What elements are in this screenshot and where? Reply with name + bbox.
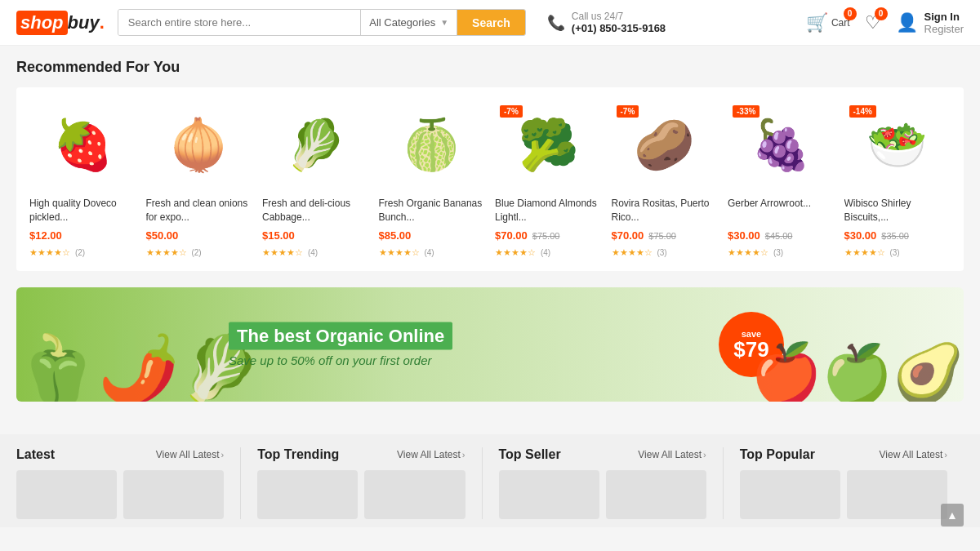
product-name: Fresh and clean onions for expo... <box>146 197 253 224</box>
contact-info: 📞 Call us 24/7 (+01) 850-315-9168 <box>547 11 666 34</box>
product-rating: ★★★★☆ (2) <box>29 245 136 258</box>
bottom-product-placeholder <box>606 470 706 519</box>
view-all-link[interactable]: View All Latest › <box>638 449 706 460</box>
product-card[interactable]: 🥬 Fresh and deli-cious Cabbage... $15.00… <box>262 100 369 258</box>
product-card[interactable]: 🧅 Fresh and clean onions for expo... $50… <box>146 100 253 258</box>
stars: ★★★★☆ <box>146 247 187 257</box>
product-name: Fresh Organic Bananas Bunch... <box>379 197 486 224</box>
product-rating: ★★★★☆ (2) <box>146 245 253 258</box>
product-price: $70.00 $75.00 <box>612 229 719 242</box>
view-all-link[interactable]: View All Latest › <box>880 449 948 460</box>
contact-text: Call us 24/7 (+01) 850-315-9168 <box>572 11 666 34</box>
view-all-link[interactable]: View All Latest › <box>156 449 225 460</box>
banner-left-decor: 🫑🌶️🥬 <box>16 336 261 402</box>
scroll-top-button[interactable]: ▲ <box>941 504 964 527</box>
current-price: $15.00 <box>262 229 295 242</box>
product-name: Blue Diamond Almonds Lightl... <box>495 197 602 224</box>
logo-shop: shop <box>16 11 68 35</box>
discount-badge: -14% <box>849 105 876 118</box>
bottom-col-title: Top Trending <box>257 447 339 462</box>
product-card[interactable]: 🍓 High quality Doveco pickled... $12.00 … <box>29 100 136 258</box>
current-price: $30.00 <box>728 229 760 242</box>
banner-subline: Save up to 50% off on your first order <box>229 353 452 367</box>
bottom-product-placeholder <box>499 470 599 519</box>
review-count: (4) <box>424 248 434 257</box>
product-name: Wibisco Shirley Biscuits,... <box>844 197 951 224</box>
bottom-sections: Latest View All Latest › Top Trending Vi… <box>0 434 980 527</box>
product-rating: ★★★★☆ (3) <box>612 245 719 258</box>
product-price: $30.00 $45.00 <box>728 229 835 242</box>
product-rating: ★★★★☆ (4) <box>495 245 602 258</box>
product-card[interactable]: -33% 🍇 Gerber Arrowroot... $30.00 $45.00… <box>728 100 835 258</box>
register-label: Register <box>924 23 964 35</box>
original-price: $75.00 <box>532 231 560 241</box>
bottom-col-latest: Latest View All Latest › <box>16 447 241 519</box>
product-image: 🥬 <box>262 100 369 190</box>
review-count: (4) <box>541 248 550 257</box>
category-dropdown[interactable]: All Categories ▼ <box>360 10 457 35</box>
product-price: $30.00 $35.00 <box>844 229 951 242</box>
bottom-col-header: Top Trending View All Latest › <box>257 447 465 462</box>
view-all-link[interactable]: View All Latest › <box>397 449 466 460</box>
current-price: $30.00 <box>844 229 877 242</box>
stars: ★★★★☆ <box>29 247 70 257</box>
bottom-col-title: Top Seller <box>499 447 561 462</box>
category-label: All Categories <box>369 16 435 29</box>
product-emoji: 🍓 <box>52 121 114 170</box>
product-card[interactable]: -14% 🥗 Wibisco Shirley Biscuits,... $30.… <box>844 100 951 258</box>
product-card[interactable]: 🍈 Fresh Organic Bananas Bunch... $85.00 … <box>379 100 486 258</box>
logo-buy: buy <box>68 12 100 33</box>
stars: ★★★★☆ <box>262 247 303 257</box>
bottom-product-placeholder <box>123 470 224 519</box>
discount-badge: -33% <box>733 105 760 118</box>
products-grid: 🍓 High quality Doveco pickled... $12.00 … <box>16 87 964 271</box>
product-rating: ★★★★☆ (4) <box>262 245 369 258</box>
banner-text: The best Organic Online Save up to 50% o… <box>229 322 452 367</box>
banner-headline: The best Organic Online <box>229 322 452 350</box>
bottom-product-placeholders <box>499 470 706 519</box>
review-count: (2) <box>191 248 201 257</box>
main-content: Recommended For You 🍓 High quality Dovec… <box>0 46 980 415</box>
product-name: Fresh and deli-cious Cabbage... <box>262 197 369 224</box>
phone-number: (+01) 850-315-9168 <box>572 22 666 34</box>
product-emoji: 🍇 <box>751 121 812 170</box>
bottom-product-placeholders <box>740 470 947 519</box>
search-input[interactable] <box>118 10 360 35</box>
product-rating: ★★★★☆ (4) <box>379 245 486 258</box>
product-emoji: 🥔 <box>634 121 695 170</box>
search-button[interactable]: Search <box>457 10 525 35</box>
product-emoji: 🥬 <box>285 121 346 170</box>
cart-button[interactable]: 🛒 0 Cart <box>806 12 850 33</box>
review-count: (4) <box>308 248 318 257</box>
bottom-product-placeholders <box>16 470 224 519</box>
bottom-col-title: Latest <box>16 447 55 462</box>
header: shop buy . All Categories ▼ Search 📞 Cal… <box>0 0 980 46</box>
search-bar: All Categories ▼ Search <box>118 9 526 36</box>
current-price: $12.00 <box>29 229 62 242</box>
promo-banner: 🫑🌶️🥬 The best Organic Online Save up to … <box>16 287 964 402</box>
cart-badge: 0 <box>844 7 857 20</box>
product-card[interactable]: -7% 🥔 Rovira Rositas, Puerto Rico... $70… <box>612 100 719 258</box>
call-label: Call us 24/7 <box>572 11 666 22</box>
bottom-product-placeholder <box>16 470 117 519</box>
original-price: $45.00 <box>765 231 793 241</box>
arrow-icon: › <box>462 450 466 460</box>
current-price: $70.00 <box>612 229 644 242</box>
stars: ★★★★☆ <box>379 247 420 257</box>
product-emoji: 🍈 <box>401 121 462 170</box>
product-image: 🧅 <box>146 100 253 190</box>
arrow-icon: › <box>221 450 225 460</box>
arrow-icon: › <box>703 450 706 460</box>
current-price: $70.00 <box>495 229 528 242</box>
bottom-grid: Latest View All Latest › Top Trending Vi… <box>16 447 964 519</box>
logo[interactable]: shop buy . <box>16 11 105 35</box>
review-count: (3) <box>773 248 783 257</box>
signin-button[interactable]: 👤 Sign In Register <box>896 11 964 35</box>
product-price: $15.00 <box>262 229 369 242</box>
product-emoji: 🧅 <box>168 121 229 170</box>
stars: ★★★★☆ <box>728 247 768 257</box>
product-card[interactable]: -7% 🥦 Blue Diamond Almonds Lightl... $70… <box>495 100 602 258</box>
bottom-col-header: Top Popular View All Latest › <box>740 447 947 462</box>
product-image: 🍓 <box>29 100 136 190</box>
wishlist-button[interactable]: ♡ 0 <box>865 12 881 33</box>
